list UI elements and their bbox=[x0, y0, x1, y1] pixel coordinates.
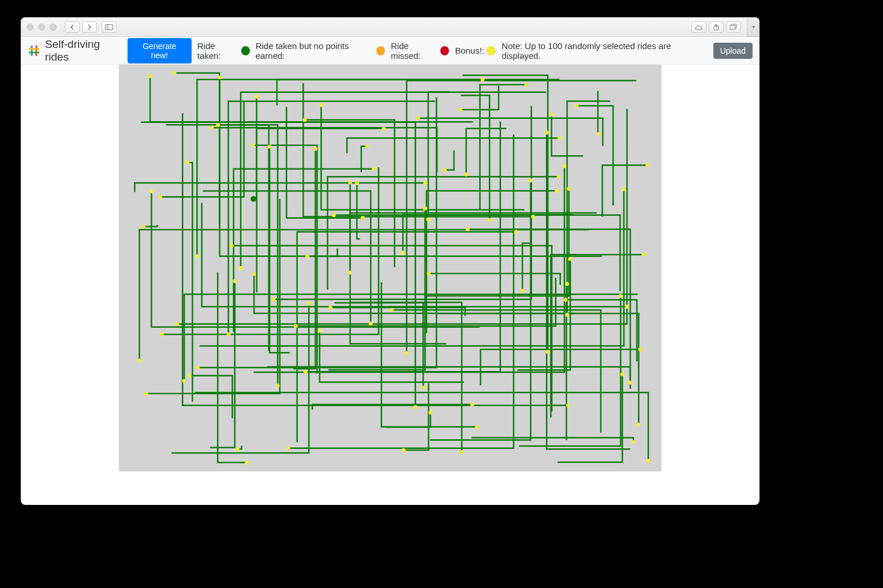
legend-ride-taken: Ride taken: bbox=[197, 41, 250, 61]
zoom-icon[interactable] bbox=[50, 24, 57, 31]
bonus-dot bbox=[426, 218, 430, 222]
bonus-dot bbox=[458, 108, 462, 112]
ride-line bbox=[146, 199, 280, 394]
bonus-dot bbox=[332, 213, 336, 217]
ride-line bbox=[188, 163, 193, 402]
bonus-dot bbox=[233, 279, 237, 283]
bonus-dot bbox=[514, 230, 518, 234]
legend-note: Note: Up to 100 randomly selected rides … bbox=[502, 41, 701, 61]
chevron-right-icon bbox=[87, 24, 92, 30]
bonus-dot bbox=[182, 379, 186, 383]
new-tab-button[interactable]: + bbox=[747, 17, 759, 37]
ride-line bbox=[567, 101, 611, 314]
bonus-dot bbox=[252, 272, 256, 276]
bonus-dot bbox=[141, 224, 145, 229]
minimize-icon[interactable] bbox=[38, 24, 45, 31]
share-icon bbox=[713, 24, 720, 31]
ride-line bbox=[267, 367, 630, 383]
bonus-dot bbox=[557, 175, 561, 179]
legend-ride-missed-dot bbox=[440, 46, 449, 55]
bonus-dot bbox=[466, 227, 470, 231]
app-navbar: Self-driving rides Generate new! Ride ta… bbox=[21, 37, 759, 65]
share-button[interactable] bbox=[709, 21, 724, 33]
bonus-dot bbox=[574, 104, 578, 108]
nav-back-forward-group bbox=[65, 21, 97, 33]
bonus-dot bbox=[568, 257, 573, 261]
ride-line bbox=[144, 225, 158, 226]
bonus-dot bbox=[230, 244, 234, 248]
legend-ride-taken-dot bbox=[241, 46, 250, 55]
bonus-dot bbox=[372, 167, 376, 171]
tabs-button[interactable] bbox=[726, 21, 741, 33]
hashcode-icon bbox=[28, 44, 40, 57]
close-icon[interactable] bbox=[27, 24, 33, 31]
bonus-dot bbox=[488, 218, 492, 222]
bonus-dot bbox=[218, 75, 222, 79]
bonus-dot bbox=[424, 181, 428, 185]
bonus-dot bbox=[195, 254, 199, 259]
ride-line bbox=[349, 302, 462, 452]
sidebar-icon bbox=[105, 24, 113, 30]
titlebar-right-group bbox=[691, 21, 754, 33]
forward-button[interactable] bbox=[82, 21, 97, 33]
bonus-dot bbox=[188, 373, 192, 377]
bonus-dot bbox=[369, 321, 373, 325]
bonus-dot bbox=[158, 195, 162, 199]
bonus-dot bbox=[149, 189, 154, 193]
bonus-dot bbox=[365, 144, 369, 148]
ride-line bbox=[334, 215, 620, 291]
bonus-dot bbox=[460, 450, 464, 454]
legend-bonus: Bonus!: bbox=[455, 46, 496, 55]
bonus-dot bbox=[235, 447, 240, 451]
ride-line bbox=[429, 274, 560, 284]
bonus-dot bbox=[361, 216, 365, 220]
bonus-dot bbox=[620, 372, 624, 376]
bonus-dot bbox=[348, 271, 352, 275]
app-brand[interactable]: Self-driving rides bbox=[28, 38, 122, 63]
bonus-dot bbox=[545, 130, 549, 134]
svg-rect-4 bbox=[730, 25, 735, 29]
ride-line bbox=[461, 95, 490, 220]
ride-line bbox=[286, 107, 362, 218]
cloud-icon bbox=[694, 24, 704, 30]
bonus-dot bbox=[646, 459, 650, 463]
bonus-dot bbox=[255, 95, 259, 99]
legend-bonus-label: Bonus!: bbox=[455, 46, 484, 55]
bonus-dot bbox=[549, 113, 553, 117]
bonus-dot bbox=[390, 308, 394, 312]
ride-line bbox=[308, 248, 338, 256]
ride-line bbox=[212, 128, 437, 172]
bonus-dot bbox=[355, 181, 359, 185]
bonus-dot bbox=[172, 71, 176, 75]
upload-button[interactable]: Upload bbox=[713, 43, 753, 59]
bonus-dot bbox=[597, 132, 601, 136]
back-button[interactable] bbox=[65, 21, 80, 33]
bonus-dot bbox=[470, 402, 474, 406]
bonus-dot bbox=[642, 253, 646, 257]
rides-canvas bbox=[119, 65, 661, 471]
bonus-dot bbox=[226, 332, 230, 336]
bonus-dot bbox=[307, 302, 311, 306]
bonus-dot bbox=[137, 358, 141, 362]
bonus-dot bbox=[421, 385, 425, 389]
bonus-dot bbox=[272, 297, 276, 301]
ride-line bbox=[598, 91, 598, 134]
bonus-dot bbox=[637, 422, 641, 426]
window-traffic-lights bbox=[27, 24, 57, 31]
bonus-dot bbox=[328, 305, 332, 309]
ride-line bbox=[254, 166, 564, 372]
bonus-dot bbox=[565, 282, 569, 286]
bonus-dot bbox=[423, 207, 427, 211]
ride-line bbox=[522, 244, 530, 291]
sidebar-toggle-button[interactable] bbox=[102, 21, 117, 33]
ride-line bbox=[444, 151, 454, 170]
rides-svg bbox=[119, 65, 661, 471]
cloud-button[interactable] bbox=[691, 21, 706, 33]
bonus-dot bbox=[402, 448, 406, 452]
ride-line bbox=[518, 259, 571, 370]
ride-line bbox=[320, 331, 464, 382]
generate-button[interactable]: Generate new! bbox=[128, 38, 192, 63]
bonus-dot bbox=[185, 160, 189, 164]
ride-line bbox=[350, 213, 597, 273]
ride-line bbox=[361, 146, 367, 172]
